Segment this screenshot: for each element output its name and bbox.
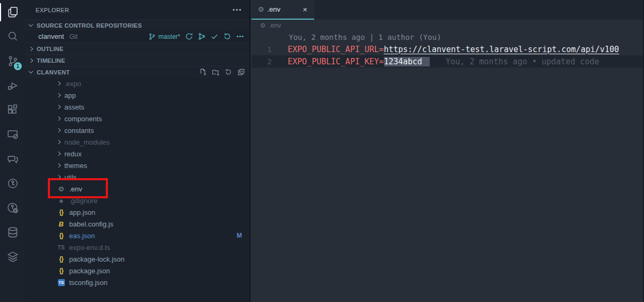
comments-icon[interactable] <box>0 147 25 171</box>
tree-item-label: components <box>64 115 102 123</box>
section-outline[interactable]: OUTLINE <box>25 43 249 54</box>
tree-item-package-json-file[interactable]: {}package.json <box>25 265 249 276</box>
tree-item-label: .expo <box>64 80 81 88</box>
tree-item-babel-config-file[interactable]: Bbabel.config.js <box>25 218 249 230</box>
database-icon[interactable] <box>0 220 25 245</box>
tree-item-utils-folder[interactable]: utils <box>25 171 249 183</box>
sidebar-title: EXPLORER <box>36 7 69 13</box>
chevron-right-icon <box>56 81 61 86</box>
remote-explorer-icon[interactable] <box>0 122 25 147</box>
check-icon[interactable] <box>211 32 219 40</box>
tree-item-label: app <box>64 91 76 99</box>
tree-item-expo-folder[interactable]: .expo <box>25 78 249 89</box>
gear-icon: ⚙ <box>260 22 266 29</box>
gear-icon: ⚙ <box>258 5 264 13</box>
explorer-icon[interactable] <box>0 0 25 24</box>
tree-item-env-file[interactable]: ⚙.env <box>25 183 249 195</box>
chevron-right-icon <box>29 58 33 62</box>
codelens-annotation[interactable]: You, 2 months ago | 1 author (You) <box>252 31 644 43</box>
section-label: OUTLINE <box>37 46 63 52</box>
layers-icon[interactable] <box>0 245 25 269</box>
code-line-1: 1 EXPO_PUBLIC_API_URL= https://clanvent-… <box>252 43 644 55</box>
tree-item-redux-folder[interactable]: redux <box>25 148 249 160</box>
source-control-icon[interactable]: 1 <box>0 49 25 73</box>
tree-item-label: assets <box>64 103 85 111</box>
tree-item-components-folder[interactable]: components <box>25 113 249 124</box>
tab-bar: ⚙ .env × <box>252 0 644 20</box>
run-and-debug-icon[interactable] <box>0 73 25 98</box>
typescript-icon: TS <box>57 245 65 250</box>
tree-item-app-folder[interactable]: app <box>25 89 249 101</box>
branch-name: master* <box>158 33 180 40</box>
activity-bar: 1 <box>0 0 25 302</box>
close-icon[interactable]: × <box>301 5 309 14</box>
time-icon[interactable] <box>0 171 25 196</box>
chevron-right-icon <box>56 93 61 97</box>
repo-controls: master* <box>148 32 244 40</box>
source-control-badge: 1 <box>14 62 22 70</box>
code-line-2: 2 EXPO_PUBLIC_API_KEY= 1234abcd You, 2 m… <box>252 55 644 68</box>
tree-item-eas-json-file[interactable]: {}eas.jsonM <box>25 230 249 241</box>
line-number: 1 <box>252 45 288 54</box>
gear-icon: ⚙ <box>57 185 65 193</box>
search-icon[interactable] <box>0 24 25 49</box>
chevron-right-icon <box>56 128 61 132</box>
line-number: 2 <box>252 57 288 66</box>
tree-item-tsconfig-file[interactable]: TStsconfig.json <box>25 276 249 288</box>
section-timeline[interactable]: TIMELINE <box>25 54 249 66</box>
tree-item-constants-folder[interactable]: constants <box>25 124 249 136</box>
tree-item-label: utils <box>64 173 77 181</box>
tab-env[interactable]: ⚙ .env × <box>252 0 314 20</box>
chevron-right-icon <box>56 140 61 144</box>
tree-item-assets-folder[interactable]: assets <box>25 101 249 113</box>
ellipsis-icon[interactable] <box>236 32 244 40</box>
tree-item-expo-env-file[interactable]: TSexpo-env.d.ts <box>25 241 249 253</box>
section-label: SOURCE CONTROL REPOSITORIES <box>37 22 142 29</box>
graph-icon[interactable] <box>198 32 206 40</box>
new-folder-icon[interactable] <box>212 68 220 76</box>
repository-row[interactable]: clanvent Git master* <box>25 30 249 43</box>
git-branch-icon <box>148 33 156 40</box>
tree-item-gitignore-file[interactable]: ◆.gitignore <box>25 195 249 206</box>
json-icon: {} <box>57 232 65 239</box>
sidebar-header: EXPLORER <box>25 0 249 20</box>
git-icon: ◆ <box>57 198 65 204</box>
env-key: EXPO_PUBLIC_API_URL= <box>288 45 384 54</box>
git-graph-icon[interactable] <box>0 196 25 220</box>
new-file-icon[interactable] <box>199 68 207 76</box>
tree-item-label: .env <box>69 185 82 193</box>
extensions-icon[interactable] <box>0 98 25 122</box>
breadcrumb[interactable]: ⚙ .env <box>252 20 644 31</box>
project-actions <box>199 68 245 76</box>
chevron-right-icon <box>56 105 61 109</box>
tree-item-app-json-file[interactable]: {}app.json <box>25 206 249 218</box>
section-project[interactable]: CLANVENT <box>25 66 249 78</box>
section-source-control-repositories[interactable]: SOURCE CONTROL REPOSITORIES <box>25 20 249 30</box>
tree-item-label: constants <box>64 127 94 135</box>
tree-item-label: package-lock.json <box>69 255 124 263</box>
chevron-right-icon <box>56 163 61 167</box>
tree-item-package-lock-file[interactable]: {}package-lock.json <box>25 253 249 265</box>
code-area[interactable]: You, 2 months ago | 1 author (You) 1 EXP… <box>252 31 644 68</box>
vscode-window: 1 EXPLORER <box>0 0 644 302</box>
sync-icon[interactable] <box>185 32 193 40</box>
more-actions-icon[interactable] <box>231 7 243 13</box>
section-label: TIMELINE <box>37 57 65 64</box>
explorer-sidebar: EXPLORER SOURCE CONTROL REPOSITORIES cla… <box>25 0 250 302</box>
tree-item-label: eas.json <box>69 232 95 240</box>
tree-item-node-modules-folder[interactable]: node_modules <box>25 136 249 148</box>
json-icon: {} <box>57 255 65 263</box>
tree-item-themes-folder[interactable]: themes <box>25 160 249 171</box>
env-value-url-link[interactable]: https://clanvent-test.laravel-script.com… <box>384 45 620 54</box>
git-blame-annotation: You, 2 months ago • updated code <box>446 57 599 66</box>
tree-item-label: node_modules <box>64 138 110 146</box>
tsconfig-icon: TS <box>57 279 65 286</box>
tab-label: .env <box>267 5 281 13</box>
refresh-icon[interactable] <box>224 68 232 76</box>
section-label: CLANVENT <box>37 69 70 76</box>
refresh-icon[interactable] <box>223 32 231 40</box>
tree-item-label: expo-env.d.ts <box>69 244 110 251</box>
breadcrumb-item: .env <box>269 22 281 29</box>
chevron-right-icon <box>56 152 61 156</box>
collapse-all-icon[interactable] <box>237 68 245 76</box>
